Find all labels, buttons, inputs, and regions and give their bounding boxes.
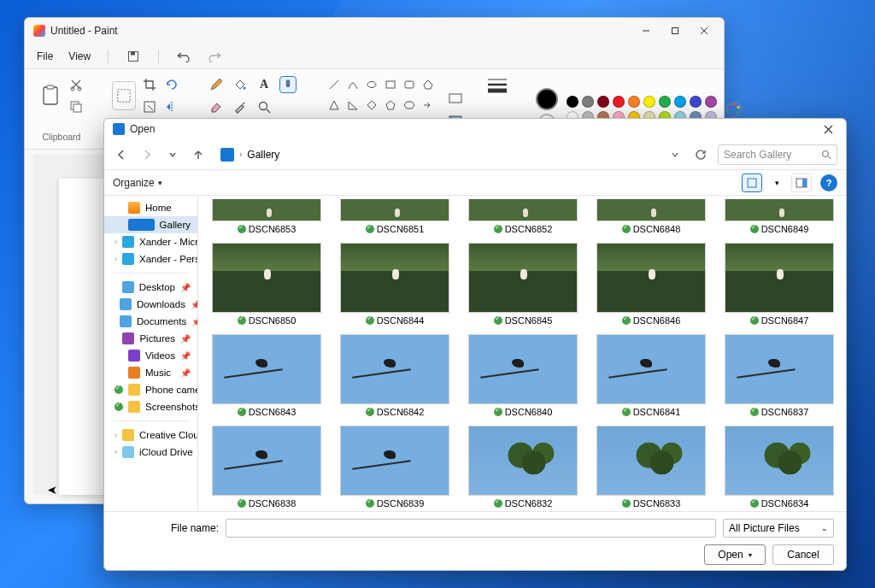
sidebar-item-onedrive-1[interactable]: ›Xander - Micros…: [104, 233, 197, 250]
shape-roundrect-icon[interactable]: [401, 76, 418, 93]
flip-icon[interactable]: [163, 98, 180, 115]
thumbnail[interactable]: DSCN6851: [337, 199, 453, 234]
eyedropper-icon[interactable]: [232, 98, 249, 115]
view-thumbnails-button[interactable]: [742, 173, 762, 192]
sidebar-item-music[interactable]: Music📌: [104, 364, 197, 381]
open-button[interactable]: Open▾: [704, 544, 766, 565]
thumbnail[interactable]: DSCN6838: [208, 426, 325, 509]
shape-triangle-icon[interactable]: [326, 97, 343, 114]
thumbnail[interactable]: DSCN6843: [208, 334, 325, 417]
copy-icon[interactable]: [68, 98, 85, 115]
thumbnail[interactable]: DSCN6850: [208, 243, 325, 326]
shape-rect-icon[interactable]: [382, 76, 399, 93]
cut-icon[interactable]: [68, 76, 85, 93]
shape-line-icon[interactable]: [326, 76, 343, 93]
resize-icon[interactable]: [141, 98, 158, 115]
shape-outline-icon[interactable]: [447, 90, 464, 107]
pencil-icon[interactable]: [208, 76, 225, 93]
thumbnail[interactable]: DSCN6848: [593, 199, 709, 234]
thumbnail[interactable]: DSCN6842: [337, 334, 453, 417]
sidebar-item-gallery[interactable]: Gallery: [104, 216, 197, 233]
dialog-close-button[interactable]: [815, 121, 841, 138]
nav-forward-button[interactable]: [138, 146, 156, 163]
current-color-1[interactable]: [536, 88, 558, 110]
sidebar-item-phone-camera[interactable]: Phone camer📌: [104, 381, 197, 398]
color-swatch[interactable]: [690, 96, 702, 108]
text-tool-icon[interactable]: A: [255, 76, 273, 93]
gallery-pane[interactable]: DSCN6853DSCN6851DSCN6852DSCN6848DSCN6849…: [198, 196, 846, 511]
breadcrumb-dropdown-icon[interactable]: [667, 146, 684, 163]
rotate-icon[interactable]: [163, 76, 180, 93]
color-swatch[interactable]: [597, 96, 609, 108]
sidebar-item-home[interactable]: Home: [104, 199, 197, 216]
nav-recent-button[interactable]: [164, 146, 181, 163]
thumbnail[interactable]: DSCN6841: [593, 334, 709, 417]
maximize-button[interactable]: [661, 21, 690, 41]
minimize-button[interactable]: [631, 21, 661, 41]
color-swatch[interactable]: [659, 96, 671, 108]
thumbnail[interactable]: DSCN6847: [721, 243, 837, 326]
thumbnail[interactable]: DSCN6845: [465, 243, 581, 326]
color-swatch[interactable]: [613, 96, 625, 108]
menu-file[interactable]: File: [37, 50, 53, 62]
sidebar-item-pictures[interactable]: Pictures📌: [104, 330, 197, 347]
thumbnail[interactable]: DSCN6832: [465, 426, 581, 509]
shape-pentagon-icon[interactable]: [382, 97, 399, 114]
thumbnail[interactable]: DSCN6846: [593, 243, 709, 326]
magnifier-icon[interactable]: [255, 98, 273, 115]
nav-up-button[interactable]: [190, 146, 207, 163]
redo-icon[interactable]: [207, 49, 222, 64]
thumbnail[interactable]: DSCN6839: [337, 426, 453, 509]
filename-input[interactable]: [226, 519, 716, 538]
undo-icon[interactable]: [176, 49, 191, 64]
preview-pane-button[interactable]: [791, 173, 812, 192]
paint-titlebar[interactable]: Untitled - Paint: [25, 18, 724, 44]
fill-icon[interactable]: [232, 76, 249, 93]
thumbnail[interactable]: DSCN6837: [721, 334, 837, 417]
sidebar-item-icloud[interactable]: ›iCloud Drive: [104, 444, 197, 461]
save-icon[interactable]: [126, 49, 141, 64]
shape-diamond-icon[interactable]: [363, 97, 380, 114]
menu-view[interactable]: View: [68, 50, 91, 62]
thumbnail[interactable]: DSCN6834: [721, 426, 837, 509]
organize-button[interactable]: Organize ▾: [113, 177, 162, 189]
sidebar-item-documents[interactable]: Documents📌: [104, 313, 197, 330]
breadcrumb-gallery[interactable]: Gallery: [247, 149, 279, 161]
color-swatch[interactable]: [705, 96, 717, 108]
nav-back-button[interactable]: [113, 146, 130, 163]
shape-curve-icon[interactable]: [344, 76, 361, 93]
sidebar-item-onedrive-2[interactable]: ›Xander - Person…: [104, 250, 197, 268]
color-swatch[interactable]: [628, 96, 640, 108]
breadcrumb[interactable]: › Gallery: [215, 148, 658, 162]
search-input[interactable]: Search Gallery: [718, 144, 837, 165]
cancel-button[interactable]: Cancel: [772, 544, 834, 565]
color-swatch[interactable]: [674, 96, 686, 108]
thumbnail[interactable]: DSCN6844: [337, 243, 453, 326]
sidebar-item-downloads[interactable]: Downloads📌: [104, 296, 197, 313]
thumbnail[interactable]: DSCN6840: [465, 334, 581, 417]
help-button[interactable]: ?: [820, 174, 837, 191]
thumbnail[interactable]: DSCN6853: [208, 199, 325, 234]
shape-arrow-icon[interactable]: [420, 97, 437, 114]
shape-rtriangle-icon[interactable]: [344, 97, 361, 114]
shape-hexagon-icon[interactable]: [401, 97, 418, 114]
shape-oval-icon[interactable]: [363, 76, 380, 93]
close-button[interactable]: [690, 21, 719, 41]
filetype-filter[interactable]: All Picture Files⌄: [723, 519, 834, 538]
sidebar-item-videos[interactable]: Videos📌: [104, 347, 197, 364]
select-icon[interactable]: [112, 81, 136, 110]
paste-icon[interactable]: [38, 81, 62, 110]
crop-icon[interactable]: [141, 76, 158, 93]
sidebar-item-creative-cloud[interactable]: ›Creative Cloud F: [104, 426, 197, 444]
thumbnail[interactable]: DSCN6852: [465, 199, 581, 234]
shape-polygon-icon[interactable]: [420, 76, 437, 93]
thumbnail[interactable]: DSCN6833: [593, 426, 709, 509]
thumbnail[interactable]: DSCN6849: [721, 199, 837, 234]
sidebar-item-screenshots[interactable]: Screenshots📌: [104, 398, 197, 415]
sidebar-item-desktop[interactable]: Desktop📌: [104, 279, 197, 296]
view-dropdown-icon[interactable]: ▾: [771, 173, 783, 192]
edit-colors-icon[interactable]: [725, 101, 743, 118]
dialog-titlebar[interactable]: Open: [104, 119, 846, 139]
brush-icon[interactable]: [279, 76, 297, 93]
eraser-icon[interactable]: [208, 98, 225, 115]
